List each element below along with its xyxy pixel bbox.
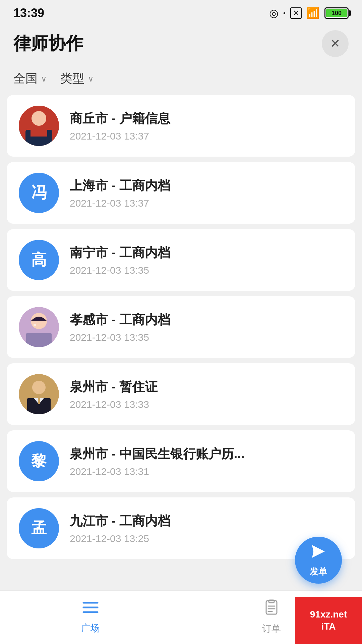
- type-filter-button[interactable]: 类型 ∨: [60, 70, 94, 87]
- avatar: 高: [19, 240, 59, 280]
- avatar: 孟: [19, 508, 59, 548]
- item-title: 商丘市 - 户籍信息: [70, 110, 343, 127]
- avatar: [19, 374, 59, 414]
- item-info: 泉州市 - 暂住证 2021-12-03 13:33: [70, 378, 343, 410]
- list-item[interactable]: 高 南宁市 - 工商内档 2021-12-03 13:35: [7, 229, 355, 291]
- item-info: 上海市 - 工商内档 2021-12-03 13:37: [70, 177, 343, 209]
- item-time: 2021-12-03 13:31: [70, 466, 343, 477]
- avatar: [19, 307, 59, 347]
- filter-bar: 全国 ∨ 类型 ∨: [0, 65, 362, 95]
- item-title: 泉州市 - 中国民生银行账户历...: [70, 445, 343, 463]
- wifi-icon: 📶: [306, 7, 320, 19]
- avatar: 黎: [19, 441, 59, 481]
- svg-point-7: [34, 324, 36, 326]
- close-button[interactable]: ✕: [322, 30, 349, 57]
- svg-point-1: [32, 111, 46, 126]
- svg-point-9: [32, 381, 46, 394]
- item-title: 九江市 - 工商内档: [70, 513, 343, 530]
- item-time: 2021-12-03 13:37: [70, 130, 343, 142]
- battery-icon: 100: [324, 7, 349, 19]
- list-item[interactable]: 泉州市 - 暂住证 2021-12-03 13:33: [7, 363, 355, 425]
- chevron-down-icon-2: ∨: [88, 74, 94, 84]
- fab-send-order-button[interactable]: 发单: [295, 537, 342, 584]
- send-icon: [310, 543, 327, 563]
- plaza-label: 广场: [81, 622, 100, 635]
- status-icons: ◎ • ✕ 📶 100: [269, 7, 349, 19]
- item-info: 商丘市 - 户籍信息 2021-12-03 13:37: [70, 110, 343, 142]
- item-time: 2021-12-03 13:35: [70, 332, 343, 343]
- item-time: 2021-12-03 13:37: [70, 198, 343, 209]
- list-item[interactable]: 孝感市 - 工商内档 2021-12-03 13:35: [7, 296, 355, 358]
- status-time: 13:39: [13, 6, 44, 20]
- avatar: [19, 106, 59, 146]
- item-time: 2021-12-03 13:25: [70, 533, 343, 544]
- region-filter-button[interactable]: 全国 ∨: [13, 70, 47, 87]
- svg-rect-17: [269, 600, 274, 603]
- list-item[interactable]: 商丘市 - 户籍信息 2021-12-03 13:37: [7, 95, 355, 157]
- fab-label: 发单: [310, 566, 327, 578]
- item-title: 泉州市 - 暂住证: [70, 378, 343, 395]
- status-bar: 13:39 ◎ • ✕ 📶 100: [0, 0, 362, 23]
- svg-rect-12: [38, 398, 40, 404]
- item-title: 孝感市 - 工商内档: [70, 311, 343, 328]
- orders-icon: [263, 599, 280, 619]
- avatar: 冯: [19, 173, 59, 213]
- type-filter-label: 类型: [60, 70, 84, 87]
- item-info: 九江市 - 工商内档 2021-12-03 13:25: [70, 513, 343, 544]
- plaza-icon: [82, 600, 99, 619]
- item-time: 2021-12-03 13:33: [70, 399, 343, 410]
- notification-icon: ◎: [269, 7, 279, 19]
- nav-item-plaza[interactable]: 广场: [0, 591, 181, 644]
- item-info: 孝感市 - 工商内档 2021-12-03 13:35: [70, 311, 343, 343]
- svg-rect-3: [31, 130, 47, 137]
- page-title: 律师协作: [13, 32, 83, 55]
- region-filter-label: 全国: [13, 70, 38, 87]
- item-time: 2021-12-03 13:35: [70, 265, 343, 276]
- header: 律师协作 ✕: [0, 23, 362, 65]
- orders-label: 订单: [262, 623, 281, 635]
- item-title: 南宁市 - 工商内档: [70, 244, 343, 261]
- signal-cross-icon: ✕: [290, 7, 302, 19]
- item-info: 泉州市 - 中国民生银行账户历... 2021-12-03 13:31: [70, 445, 343, 477]
- chevron-down-icon: ∨: [41, 74, 47, 84]
- item-title: 上海市 - 工商内档: [70, 177, 343, 194]
- list-item[interactable]: 黎 泉州市 - 中国民生银行账户历... 2021-12-03 13:31: [7, 430, 355, 492]
- item-info: 南宁市 - 工商内档 2021-12-03 13:35: [70, 244, 343, 276]
- svg-rect-6: [26, 333, 52, 347]
- watermark: 91xz.net iTA: [295, 597, 362, 644]
- watermark-text: 91xz.net iTA: [310, 608, 347, 633]
- list-item[interactable]: 冯 上海市 - 工商内档 2021-12-03 13:37: [7, 162, 355, 224]
- dot-icon: •: [283, 9, 286, 17]
